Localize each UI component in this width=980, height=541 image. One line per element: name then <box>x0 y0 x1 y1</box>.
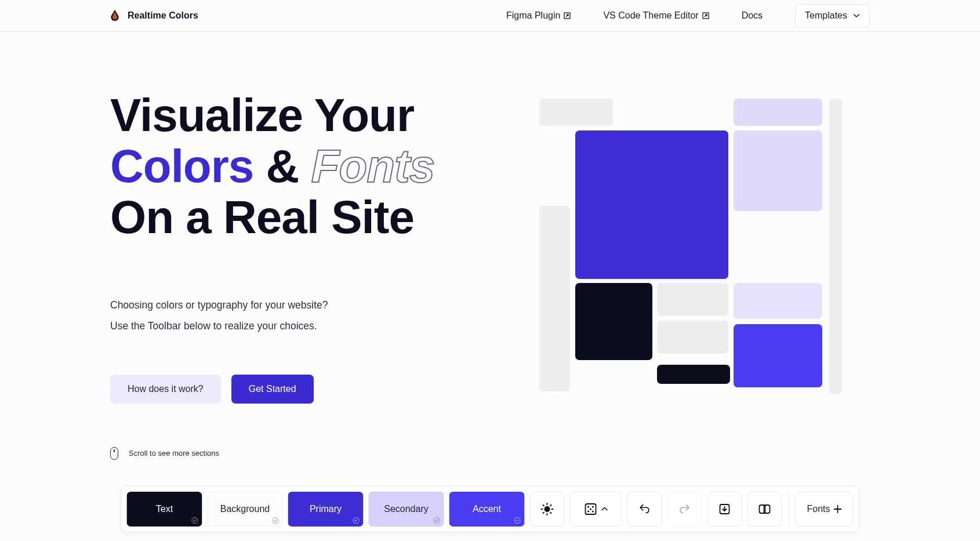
preview-block <box>734 130 822 211</box>
nav-vscode-editor[interactable]: VS Code Theme Editor <box>603 10 709 21</box>
fonts-label: Fonts <box>807 504 830 514</box>
hero-title: Visualize Your Colors & Fonts On a Real … <box>110 90 481 243</box>
color-preview-mondrian <box>539 99 835 394</box>
secondary-color-swatch[interactable]: Secondary <box>369 492 444 527</box>
swatch-label: Secondary <box>384 504 429 514</box>
fonts-button[interactable]: Fonts <box>796 492 854 527</box>
lock-status-icon <box>514 517 521 524</box>
nav-label: VS Code Theme Editor <box>603 10 698 21</box>
svg-point-19 <box>590 508 591 510</box>
dice-icon <box>584 502 598 516</box>
svg-point-18 <box>592 506 594 507</box>
title-colors-word: Colors <box>110 140 253 192</box>
svg-point-20 <box>587 510 589 512</box>
lock-status-icon <box>353 517 360 524</box>
preview-block <box>575 283 652 360</box>
how-it-works-button[interactable]: How does it work? <box>110 375 221 404</box>
hero-section: Visualize Your Colors & Fonts On a Real … <box>0 32 980 460</box>
color-toolbar: Text Background Primary Secondary Accent <box>121 486 859 532</box>
logo-group[interactable]: Realtime Colors <box>110 10 198 21</box>
desc-line-2: Use the Toolbar below to realize your ch… <box>110 316 481 337</box>
accent-color-swatch[interactable]: Accent <box>449 492 525 527</box>
lock-status-icon <box>433 517 441 524</box>
svg-line-13 <box>550 513 551 513</box>
title-line-1: Visualize Your <box>110 89 414 141</box>
preview-block <box>734 283 822 319</box>
logo-icon <box>110 10 119 21</box>
sun-icon <box>540 502 554 516</box>
scroll-hint: Scroll to see more sections <box>110 447 481 460</box>
background-color-swatch[interactable]: Background <box>208 492 283 527</box>
preview-block <box>539 206 570 391</box>
external-link-icon <box>564 12 571 19</box>
text-color-swatch[interactable]: Text <box>127 492 202 527</box>
lock-status-icon <box>191 517 199 524</box>
primary-color-swatch[interactable]: Primary <box>288 492 364 527</box>
title-line-3: On a Real Site <box>110 191 414 243</box>
toolbar-divider <box>789 492 789 527</box>
svg-point-17 <box>587 506 589 507</box>
main-nav: Figma Plugin VS Code Theme Editor Docs T… <box>506 4 870 27</box>
nav-label: Figma Plugin <box>506 10 560 21</box>
templates-label: Templates <box>805 10 847 21</box>
desc-line-1: Choosing colors or typography for your w… <box>110 295 481 316</box>
external-link-icon <box>702 12 709 19</box>
svg-line-14 <box>543 513 543 513</box>
preview-block <box>657 283 728 316</box>
nav-figma-plugin[interactable]: Figma Plugin <box>506 10 571 21</box>
preview-block <box>657 321 728 354</box>
lock-status-icon <box>272 517 280 524</box>
preview-block <box>734 324 822 387</box>
preview-block <box>575 130 728 279</box>
nav-label: Docs <box>742 10 763 21</box>
plus-icon <box>834 505 842 513</box>
share-link-icon <box>758 502 772 516</box>
chevron-up-icon <box>601 507 608 511</box>
redo-button[interactable] <box>667 492 702 527</box>
templates-dropdown[interactable]: Templates <box>795 4 870 27</box>
undo-button[interactable] <box>627 492 662 527</box>
brand-name: Realtime Colors <box>128 10 198 21</box>
get-started-button[interactable]: Get Started <box>231 375 314 404</box>
swatch-label: Text <box>156 504 173 514</box>
preview-block <box>657 365 730 384</box>
title-ampersand: & <box>253 140 311 192</box>
share-button[interactable] <box>747 492 782 527</box>
preview-block <box>734 99 822 126</box>
hero-content: Visualize Your Colors & Fonts On a Real … <box>110 90 481 460</box>
nav-docs[interactable]: Docs <box>742 10 763 21</box>
header: Realtime Colors Figma Plugin VS Code The… <box>0 0 980 32</box>
swatch-label: Primary <box>310 504 342 514</box>
theme-toggle-button[interactable] <box>530 492 565 527</box>
svg-line-15 <box>550 505 551 506</box>
svg-point-21 <box>592 510 594 512</box>
undo-icon <box>638 503 651 515</box>
scroll-hint-text: Scroll to see more sections <box>129 449 219 458</box>
svg-line-12 <box>543 505 543 506</box>
randomize-button[interactable] <box>570 492 622 527</box>
swatch-label: Background <box>220 504 270 514</box>
redo-icon <box>678 503 691 515</box>
swatch-label: Accent <box>473 504 501 514</box>
hero-description: Choosing colors or typography for your w… <box>110 295 481 337</box>
preview-block <box>539 99 613 126</box>
mouse-scroll-icon <box>110 447 118 460</box>
preview-block <box>829 99 842 394</box>
hero-buttons: How does it work? Get Started <box>110 375 481 404</box>
title-fonts-word: Fonts <box>311 140 435 192</box>
export-button[interactable] <box>707 492 742 527</box>
svg-point-7 <box>545 506 550 512</box>
download-icon <box>718 502 732 516</box>
chevron-down-icon <box>853 13 860 18</box>
